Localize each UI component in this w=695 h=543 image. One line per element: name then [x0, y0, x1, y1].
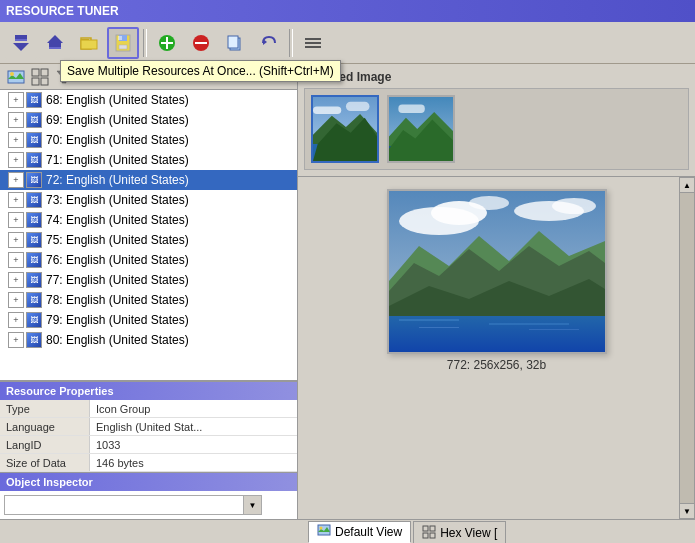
- svg-rect-23: [305, 38, 321, 40]
- tree-expand-68[interactable]: +: [8, 92, 24, 108]
- tree-expand-73[interactable]: +: [8, 192, 24, 208]
- scroll-up-btn[interactable]: ▲: [679, 177, 695, 193]
- toolbar-separator-2: [289, 29, 293, 57]
- tree-expand-74[interactable]: +: [8, 212, 24, 228]
- tree-panel[interactable]: + 🖼 68: English (United States) + 🖼 69: …: [0, 90, 297, 381]
- svg-point-50: [469, 196, 509, 210]
- tab-hex-view-icon: [422, 525, 436, 541]
- tree-label-79: 79: English (United States): [46, 313, 189, 327]
- tree-item-76[interactable]: + 🖼 76: English (United States): [0, 250, 297, 270]
- toolbar-btn-save-multiple[interactable]: [107, 27, 139, 59]
- tree-expand-78[interactable]: +: [8, 292, 24, 308]
- tree-expand-77[interactable]: +: [8, 272, 24, 288]
- tree-item-73[interactable]: + 🖼 73: English (United States): [0, 190, 297, 210]
- svg-rect-24: [305, 42, 321, 44]
- tree-icon-80: 🖼: [26, 332, 42, 348]
- tab-hex-view-label: Hex View [: [440, 526, 497, 540]
- main-image-area: ▲ ▼: [298, 177, 695, 519]
- svg-rect-65: [430, 533, 435, 538]
- svg-marker-22: [263, 39, 267, 45]
- tree-label-69: 69: English (United States): [46, 113, 189, 127]
- svg-rect-57: [419, 327, 459, 328]
- prop-key-size: Size of Data: [0, 454, 90, 471]
- svg-rect-31: [32, 78, 39, 85]
- svg-rect-56: [489, 323, 569, 325]
- tab-hex-view[interactable]: Hex View [: [413, 521, 506, 543]
- tree-icon-72: 🖼: [26, 172, 42, 188]
- tree-expand-75[interactable]: +: [8, 232, 24, 248]
- svg-rect-19: [195, 42, 207, 44]
- app-title: RESOURCE TUNER: [6, 4, 119, 18]
- tree-item-79[interactable]: + 🖼 79: English (United States): [0, 310, 297, 330]
- svg-rect-63: [430, 526, 435, 531]
- tree-item-68[interactable]: + 🖼 68: English (United States): [0, 90, 297, 110]
- tree-item-77[interactable]: + 🖼 77: English (United States): [0, 270, 297, 290]
- inspector-panel: Object Inspector ▼: [0, 472, 297, 519]
- toolbar-btn-copy[interactable]: [219, 27, 251, 59]
- prop-key-langid: LangID: [0, 436, 90, 453]
- inspector-body: ▼: [0, 491, 297, 519]
- tree-label-73: 73: English (United States): [46, 193, 189, 207]
- right-scrollbar[interactable]: ▲ ▼: [679, 177, 695, 519]
- thumbnail-1[interactable]: [311, 95, 379, 163]
- scroll-down-btn[interactable]: ▼: [679, 503, 695, 519]
- tree-item-75[interactable]: + 🖼 75: English (United States): [0, 230, 297, 250]
- toolbar-btn-up[interactable]: [39, 27, 71, 59]
- svg-marker-4: [47, 35, 63, 43]
- svg-rect-39: [346, 102, 370, 111]
- sec-btn-grid[interactable]: [29, 66, 51, 88]
- prop-row-language: Language English (United Stat...: [0, 418, 297, 436]
- tooltip: Save Multiple Resources At Once... (Shif…: [60, 60, 341, 82]
- svg-marker-3: [13, 43, 29, 51]
- svg-rect-30: [41, 69, 48, 76]
- tree-item-70[interactable]: + 🖼 70: English (United States): [0, 130, 297, 150]
- tree-label-77: 77: English (United States): [46, 273, 189, 287]
- properties-title: Resource Properties: [0, 382, 297, 400]
- tree-expand-76[interactable]: +: [8, 252, 24, 268]
- image-info: 772: 256x256, 32b: [447, 358, 546, 372]
- svg-point-61: [320, 527, 323, 530]
- tree-expand-80[interactable]: +: [8, 332, 24, 348]
- svg-rect-64: [423, 533, 428, 538]
- tree-expand-69[interactable]: +: [8, 112, 24, 128]
- tree-icon-73: 🖼: [26, 192, 42, 208]
- toolbar-btn-open[interactable]: [73, 27, 105, 59]
- tree-expand-79[interactable]: +: [8, 312, 24, 328]
- tree-expand-71[interactable]: +: [8, 152, 24, 168]
- tree-icon-78: 🖼: [26, 292, 42, 308]
- prop-row-type: Type Icon Group: [0, 400, 297, 418]
- tree-item-80[interactable]: + 🖼 80: English (United States): [0, 330, 297, 350]
- toolbar-separator-1: [143, 29, 147, 57]
- tree-icon-79: 🖼: [26, 312, 42, 328]
- tab-default-view[interactable]: Default View: [308, 521, 411, 543]
- svg-rect-38: [313, 106, 341, 114]
- tree-item-72[interactable]: + 🖼 72: English (United States): [0, 170, 297, 190]
- tree-item-71[interactable]: + 🖼 71: English (United States): [0, 150, 297, 170]
- toolbar-btn-delete[interactable]: [185, 27, 217, 59]
- sec-btn-image[interactable]: [5, 66, 27, 88]
- toolbar-btn-undo[interactable]: [253, 27, 285, 59]
- tree-item-74[interactable]: + 🖼 74: English (United States): [0, 210, 297, 230]
- main-layout: + 🖼 68: English (United States) + 🖼 69: …: [0, 64, 695, 519]
- scroll-track: [679, 193, 695, 503]
- title-bar: RESOURCE TUNER: [0, 0, 695, 22]
- inspector-dropdown[interactable]: ▼: [244, 495, 262, 515]
- toolbar-btn-add[interactable]: [151, 27, 183, 59]
- tree-item-78[interactable]: + 🖼 78: English (United States): [0, 290, 297, 310]
- tree-label-76: 76: English (United States): [46, 253, 189, 267]
- toolbar-btn-menu[interactable]: [297, 27, 329, 59]
- thumbnail-2[interactable]: [387, 95, 455, 163]
- inspector-input[interactable]: [4, 495, 244, 515]
- tree-expand-70[interactable]: +: [8, 132, 24, 148]
- prop-val-type: Icon Group: [90, 400, 297, 417]
- svg-rect-7: [49, 47, 61, 49]
- svg-rect-14: [118, 36, 122, 40]
- image-thumbnails: [304, 88, 689, 170]
- tree-label-68: 68: English (United States): [46, 93, 189, 107]
- tree-label-71: 71: English (United States): [46, 153, 189, 167]
- tree-item-69[interactable]: + 🖼 69: English (United States): [0, 110, 297, 130]
- selected-image-area: Selected Image: [298, 64, 695, 177]
- tree-expand-72[interactable]: +: [8, 172, 24, 188]
- toolbar-btn-down[interactable]: [5, 27, 37, 59]
- prop-val-size: 146 bytes: [90, 454, 297, 471]
